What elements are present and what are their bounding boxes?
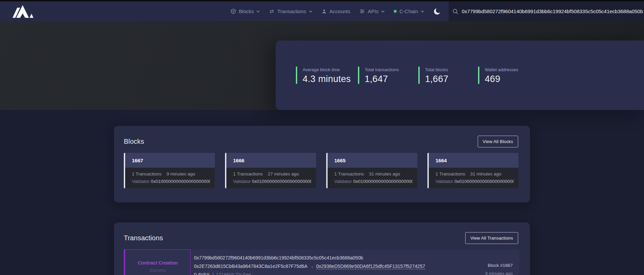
nav-item-blocks[interactable]: Blocks (230, 8, 260, 14)
transactions-panel-header: Transactions View All Transactions (124, 232, 518, 244)
block-age: 27 minutes ago (268, 171, 299, 176)
hero-section: Average block time 4.3 minutes Total tra… (0, 21, 644, 110)
stat-accent-bar (296, 66, 297, 84)
from-address: 0x2E7263d815CbB43a9647843C8a1e2F5c87F75d… (194, 264, 307, 269)
block-age: 31 minutes ago (470, 171, 501, 176)
stat-wallet-addresses: Wallet addresses 469 (478, 66, 518, 84)
transaction-meta: Block #1667 9 minutes ago (485, 263, 513, 275)
nav-item-accounts[interactable]: Accounts (321, 8, 351, 14)
chevron-down-icon (256, 10, 260, 12)
nav-label-blocks: Blocks (239, 8, 254, 14)
block-card-body: 1 Transactions 31 minutes ago Validator … (429, 168, 519, 188)
transaction-block-number[interactable]: Block #1667 (485, 263, 513, 268)
nav-item-apis[interactable]: APIs (359, 8, 385, 14)
swap-arrows-icon (269, 8, 275, 14)
block-number[interactable]: 1664 (429, 153, 519, 168)
block-tx-count: 1 Transactions (233, 171, 263, 176)
stat-label: Total blocks (425, 67, 448, 72)
validator-hash: 0x0100000000000000000000... (252, 179, 311, 184)
transactions-title: Transactions (124, 234, 163, 242)
transaction-value: 0 AVAX (194, 272, 209, 275)
stat-value: 1,647 (365, 74, 399, 84)
block-cards: 1667 1 Transactions 9 minutes ago Valida… (124, 153, 519, 188)
validator-label: Validator (132, 179, 149, 184)
stat-value: 1,667 (425, 74, 448, 84)
person-icon (321, 9, 327, 14)
block-card[interactable]: 1667 1 Transactions 9 minutes ago Valida… (124, 153, 215, 188)
theme-toggle-button[interactable] (433, 7, 441, 16)
transaction-fee: 1.1718604 TX Fee (212, 272, 251, 275)
search-input[interactable] (462, 8, 644, 14)
navbar: Blocks Transactions Accounts (0, 1, 644, 21)
stat-total-transactions: Total transactions 1,647 (358, 66, 399, 84)
block-number[interactable]: 1666 (226, 153, 316, 168)
chevron-down-icon (381, 10, 385, 12)
validator-hash: 0x0100000000000000000000... (454, 179, 514, 184)
validator-label: Validator (436, 179, 453, 184)
block-tx-count: 1 Transactions (334, 171, 364, 176)
transaction-row[interactable]: Contract Creation Success 0x7799bd580272… (124, 249, 520, 275)
transaction-addresses: 0x2E7263d815CbB43a9647843C8a1e2F5c87F75d… (194, 264, 425, 269)
stat-total-blocks: Total blocks 1,667 (418, 66, 448, 84)
nav-label-transactions: Transactions (277, 8, 306, 14)
avalanche-logo[interactable] (12, 5, 33, 18)
arrow-right-icon: → (307, 264, 316, 269)
stat-accent-bar (418, 66, 420, 84)
view-all-blocks-button[interactable]: View All Blocks (478, 136, 518, 147)
stat-label: Average block time (303, 67, 351, 72)
block-number[interactable]: 1665 (328, 153, 417, 168)
chevron-down-icon (421, 10, 424, 12)
validator-hash: 0x0100000000000000000000... (151, 179, 210, 184)
block-tx-count: 1 Transactions (436, 171, 465, 176)
chain-status-dot (394, 10, 397, 13)
blocks-panel-header: Blocks View All Blocks (124, 135, 518, 147)
search-bar (449, 1, 644, 21)
chevron-down-icon (309, 10, 312, 12)
nav-label-apis: APIs (368, 8, 379, 14)
moon-icon (433, 7, 441, 16)
block-age: 9 minutes ago (167, 171, 195, 176)
block-number[interactable]: 1667 (125, 153, 215, 168)
transaction-type: Contract Creation (125, 260, 190, 266)
transaction-age: 9 minutes ago (485, 271, 513, 275)
stat-value: 4.3 minutes (303, 74, 351, 84)
block-card[interactable]: 1666 1 Transactions 27 minutes ago Valid… (225, 153, 316, 188)
search-icon (452, 8, 459, 15)
block-age: 31 minutes ago (369, 171, 400, 176)
view-all-transactions-button[interactable]: View All Transactions (465, 232, 518, 244)
nav-menu: Blocks Transactions Accounts (230, 8, 424, 14)
nav-label-chain: C-Chain (399, 8, 418, 14)
block-card-body: 1 Transactions 9 minutes ago Validator 0… (125, 168, 215, 188)
transaction-type-box: Contract Creation Success (124, 249, 191, 275)
block-card-body: 1 Transactions 27 minutes ago Validator … (226, 168, 316, 188)
stat-accent-bar (478, 66, 479, 84)
avalanche-logo-icon (12, 5, 33, 18)
app-root: Blocks Transactions Accounts (0, 0, 644, 275)
stat-accent-bar (358, 66, 359, 84)
stat-average-block-time: Average block time 4.3 minutes (296, 66, 351, 84)
block-tx-count: 1 Transactions (132, 171, 162, 176)
validator-label: Validator (233, 179, 251, 184)
validator-hash: 0x0100000000000000000000... (353, 179, 413, 184)
block-card-body: 1 Transactions 31 minutes ago Validator … (328, 168, 417, 188)
stats-panel: Average block time 4.3 minutes Total tra… (276, 40, 644, 110)
block-card[interactable]: 1665 1 Transactions 31 minutes ago Valid… (326, 153, 417, 188)
transaction-detail: 0x7799bd580272f9604140b6991d3bb6c19924bf… (194, 255, 425, 275)
cube-icon (230, 8, 236, 14)
nav-item-transactions[interactable]: Transactions (269, 8, 312, 14)
blocks-panel: Blocks View All Blocks 1667 1 Transactio… (114, 126, 530, 202)
transaction-value-line: 0 AVAX1.1718604 TX Fee (194, 272, 425, 275)
validator-label: Validator (334, 179, 352, 184)
stat-label: Wallet addresses (485, 67, 518, 72)
transaction-hash[interactable]: 0x7799bd580272f9604140b6991d3bb6c19924bf… (194, 255, 425, 260)
stat-value: 469 (485, 74, 518, 84)
transactions-panel: Transactions View All Transactions Contr… (114, 222, 530, 275)
stat-label: Total transactions (365, 67, 399, 72)
blocks-title: Blocks (124, 138, 144, 145)
to-address-link[interactable]: 0x2938eD5D869e50DA6f125dfc45F13157f52742… (316, 264, 425, 269)
transaction-status: Success (125, 268, 190, 273)
block-card[interactable]: 1664 1 Transactions 31 minutes ago Valid… (427, 153, 519, 188)
sliders-icon (359, 8, 365, 14)
nav-item-chain-selector[interactable]: C-Chain (394, 8, 424, 14)
nav-label-accounts: Accounts (330, 8, 351, 14)
